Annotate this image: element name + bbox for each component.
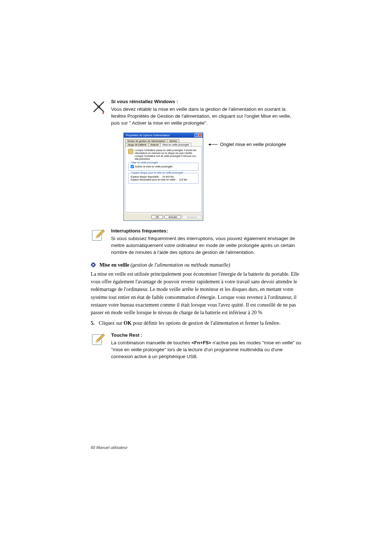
callout-label: Onglet mise en veille prolongée — [220, 142, 286, 147]
note1-body: Vous devez rétablir la mise en veille da… — [111, 106, 301, 126]
note2-heading: Interruptions fréquentes: — [111, 227, 301, 234]
hibernate-info-icon — [128, 149, 133, 154]
note-reinstall-windows: Si vous réinstallez Windows : Vous devez… — [91, 98, 301, 127]
group-disk-space-label: Espace disque pour la mise en veille pro… — [131, 171, 184, 174]
svg-point-5 — [93, 264, 94, 266]
step-5-number: 5. — [91, 319, 99, 327]
dialog-button-row: OK Annuler Appliquer — [124, 214, 203, 220]
group-hibernate: Mise en veille prolongée Activer la mise… — [128, 163, 199, 171]
dialog-ok-button[interactable]: OK — [151, 215, 163, 219]
dialog-close-button[interactable]: × — [199, 133, 202, 137]
dialog-help-button[interactable]: ? — [195, 133, 198, 137]
pencil-note-icon — [91, 227, 111, 243]
note3-body-pre: La combinaison manuelle de touches — [111, 340, 191, 345]
dialog-title-text: Propriétés de Options d'alimentation — [126, 134, 170, 137]
disk-needed-value: 119 Mo — [179, 178, 187, 181]
section-body: La mise en veille est utilisée principal… — [91, 270, 301, 317]
dialog-tabs: Modes de gestion de l'alimentation Alert… — [124, 138, 203, 146]
dialog-apply-button[interactable]: Appliquer — [183, 215, 201, 219]
tab-power-schemes[interactable]: Modes de gestion de l'alimentation — [125, 139, 167, 143]
checkbox-enable-hibernate-label: Activer la mise en veille prolongée. — [135, 165, 173, 168]
tab-alerts[interactable]: Alertes — [167, 139, 179, 143]
group-disk-space: Espace disque pour la mise en veille pro… — [128, 173, 199, 184]
dialog-cancel-button[interactable]: Annuler — [164, 215, 181, 219]
section-title-italic: (gestion de l'alimentation ou méthode ma… — [131, 262, 230, 268]
tab-battery[interactable]: Jauge de batterie — [125, 143, 149, 146]
dialog-titlebar: Propriétés de Options d'alimentation ? × — [124, 133, 203, 138]
step-5-post: pour définir les options de gestion de l… — [132, 320, 281, 326]
section-title-bold: Mise en veille — [99, 262, 129, 268]
note-rest-key: Touche Rest : La combinaison manuelle de… — [91, 332, 301, 360]
note-interruptions: Interruptions fréquentes: Si vous subiss… — [91, 227, 301, 256]
screenshot-power-options: Propriétés de Options d'alimentation ? ×… — [91, 133, 301, 221]
dialog-power-options: Propriétés de Options d'alimentation ? ×… — [123, 133, 203, 221]
tab-hibernate[interactable]: Mise en veille prolongée — [160, 143, 191, 146]
group-hibernate-label: Mise en veille prolongée — [131, 161, 159, 164]
section-mise-en-veille: Mise en veille (gestion de l'alimentatio… — [91, 262, 301, 268]
disk-avail-label: Espace disque disponible : — [131, 175, 160, 178]
svg-point-2 — [98, 106, 100, 108]
tongs-icon — [91, 98, 111, 115]
dialog-info-text: Lorsque l'ordinateur passe en veille pro… — [135, 149, 199, 161]
svg-rect-8 — [91, 264, 91, 265]
disk-avail-value: 16 444 Mo — [162, 175, 174, 178]
svg-rect-9 — [95, 264, 96, 265]
note2-body: Si vous subissez fréquemment des interru… — [111, 235, 301, 256]
note3-body-bold: <Fn+F5> — [191, 340, 211, 345]
footer-page-number: 60 — [91, 445, 95, 450]
checkbox-enable-hibernate[interactable] — [131, 165, 134, 168]
gear-icon — [91, 262, 96, 267]
svg-rect-6 — [93, 262, 94, 263]
pencil-note-icon — [91, 332, 111, 347]
disk-needed-label: Espace nécessaire pour la mise en veille… — [131, 178, 177, 181]
step-5: 5. Cliquez sur OK pour définir les optio… — [91, 319, 301, 327]
footer-label: Manuel utilisateur — [96, 445, 127, 450]
dialog-body: Lorsque l'ordinateur passe en veille pro… — [125, 146, 202, 213]
note1-heading: Si vous réinstallez Windows : — [111, 98, 301, 105]
step-5-pre: Cliquez sur — [99, 320, 124, 326]
step-5-bold: OK — [124, 320, 132, 326]
note3-heading: Touche Rest : — [111, 332, 301, 339]
svg-rect-7 — [93, 267, 94, 267]
page-footer: 60 Manuel utilisateur — [91, 445, 128, 450]
tab-advanced[interactable]: Avancé — [148, 143, 161, 146]
